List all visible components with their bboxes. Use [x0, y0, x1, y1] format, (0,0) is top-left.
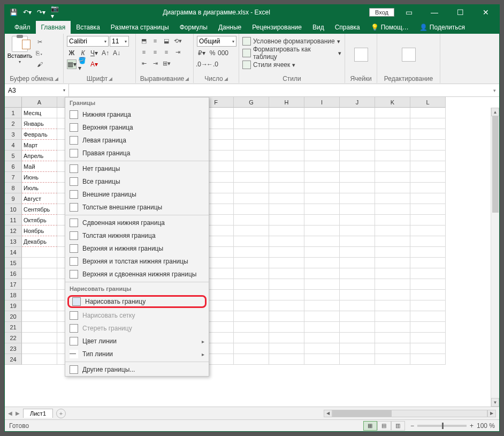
row-header[interactable]: 20 [5, 311, 22, 322]
cell[interactable] [410, 333, 446, 343]
cell[interactable] [375, 290, 410, 300]
cell[interactable] [269, 343, 304, 354]
row-header[interactable]: 21 [5, 322, 22, 333]
cell[interactable] [269, 161, 304, 172]
cell[interactable] [340, 333, 375, 343]
zoom-out-button[interactable]: − [410, 422, 414, 430]
formula-bar[interactable]: ▾ [69, 84, 499, 96]
cell[interactable] [269, 151, 304, 161]
border-top-double-bottom-item[interactable]: Верхняя и сдвоенная нижняя границы [65, 268, 209, 281]
increase-font-button[interactable]: A↑ [101, 48, 110, 58]
cell[interactable] [375, 204, 410, 215]
tab-file[interactable]: Файл [9, 21, 36, 34]
cell[interactable] [22, 300, 57, 311]
border-thick-bottom-item[interactable]: Толстая нижняя граница [65, 229, 209, 242]
cell[interactable] [269, 118, 304, 129]
cell[interactable] [269, 279, 304, 290]
cell[interactable]: Апрель [22, 151, 57, 161]
cell[interactable] [304, 193, 340, 204]
align-right-button[interactable]: ≡ [162, 47, 171, 57]
cell[interactable] [375, 258, 410, 268]
zoom-slider[interactable] [417, 425, 467, 427]
cell[interactable] [304, 247, 340, 258]
cell[interactable]: Декабрь [22, 236, 57, 247]
merge-button[interactable]: ⊞▾ [162, 58, 171, 68]
cell[interactable] [22, 311, 57, 322]
row-header[interactable]: 16 [5, 268, 22, 279]
currency-button[interactable]: ₽▾ [197, 48, 207, 58]
line-color-item[interactable]: Цвет линии [65, 335, 209, 348]
cell[interactable] [304, 225, 340, 236]
cell[interactable] [234, 161, 269, 172]
cell[interactable] [304, 343, 340, 354]
cell[interactable] [269, 268, 304, 279]
cell[interactable] [375, 247, 410, 258]
cell[interactable] [269, 129, 304, 140]
save-icon[interactable]: 💾 [9, 8, 18, 17]
cell[interactable] [304, 108, 340, 118]
cell[interactable] [304, 333, 340, 343]
cell[interactable] [340, 193, 375, 204]
cell[interactable] [234, 279, 269, 290]
cell[interactable] [22, 290, 57, 300]
zoom-knob[interactable] [442, 423, 444, 429]
cell[interactable] [410, 118, 446, 129]
cell[interactable] [410, 290, 446, 300]
row-header[interactable]: 23 [5, 343, 22, 354]
decrease-font-button[interactable]: A↓ [112, 48, 121, 58]
cell[interactable] [234, 172, 269, 183]
cell[interactable] [375, 354, 410, 365]
cell[interactable] [340, 236, 375, 247]
cell[interactable] [375, 311, 410, 322]
fill-color-button[interactable]: 🪣▾ [78, 59, 88, 69]
login-button[interactable]: Вход [369, 8, 394, 17]
cell[interactable] [375, 343, 410, 354]
cell[interactable]: Сентябрь [22, 204, 57, 215]
cell[interactable] [410, 140, 446, 151]
zoom-in-button[interactable]: + [470, 422, 474, 430]
cell[interactable] [340, 215, 375, 225]
font-size-combo[interactable]: 11▾ [110, 36, 129, 47]
tab-insert[interactable]: Вставка [71, 21, 105, 34]
row-header[interactable]: 15 [5, 258, 22, 268]
cell[interactable] [234, 300, 269, 311]
cell[interactable] [375, 183, 410, 193]
row-header[interactable]: 19 [5, 300, 22, 311]
tab-data[interactable]: Данные [213, 21, 247, 34]
cell[interactable] [410, 204, 446, 215]
column-header[interactable]: K [375, 97, 410, 108]
cell[interactable] [304, 311, 340, 322]
cell[interactable] [22, 322, 57, 333]
orientation-button[interactable]: ⟲▾ [173, 36, 182, 46]
draw-grid-item[interactable]: Нарисовать сетку [65, 309, 209, 322]
row-header[interactable]: 3 [5, 129, 22, 140]
border-top-thick-bottom-item[interactable]: Верхняя и толстая нижняя границы [65, 255, 209, 268]
tab-pagelayout[interactable]: Разметка страницы [105, 21, 174, 34]
row-header[interactable]: 1 [5, 108, 22, 118]
tab-formulas[interactable]: Формулы [174, 21, 213, 34]
cell[interactable] [340, 343, 375, 354]
launcher-icon[interactable]: ◢ [109, 76, 112, 81]
row-header[interactable]: 10 [5, 204, 22, 215]
cell[interactable] [375, 333, 410, 343]
cell[interactable] [304, 129, 340, 140]
cell[interactable] [375, 225, 410, 236]
cell[interactable] [410, 343, 446, 354]
cell[interactable] [410, 258, 446, 268]
view-page-layout-button[interactable]: ▤ [377, 421, 391, 431]
camera-icon[interactable]: 📷▾ [51, 8, 59, 17]
cell[interactable] [269, 225, 304, 236]
column-header[interactable]: L [410, 97, 446, 108]
cell[interactable] [340, 225, 375, 236]
format-as-table-button[interactable]: Форматировать как таблицу▾ [242, 48, 341, 58]
tab-view[interactable]: Вид [307, 21, 330, 34]
editing-icon[interactable] [402, 48, 416, 62]
cell[interactable] [340, 172, 375, 183]
cell[interactable] [340, 258, 375, 268]
cell[interactable] [375, 300, 410, 311]
cell[interactable]: Месяц [22, 108, 57, 118]
erase-border-item[interactable]: Стереть границу [65, 322, 209, 335]
cell[interactable] [375, 129, 410, 140]
cell[interactable] [340, 129, 375, 140]
ribbon-display-icon[interactable]: ▭ [398, 5, 420, 20]
